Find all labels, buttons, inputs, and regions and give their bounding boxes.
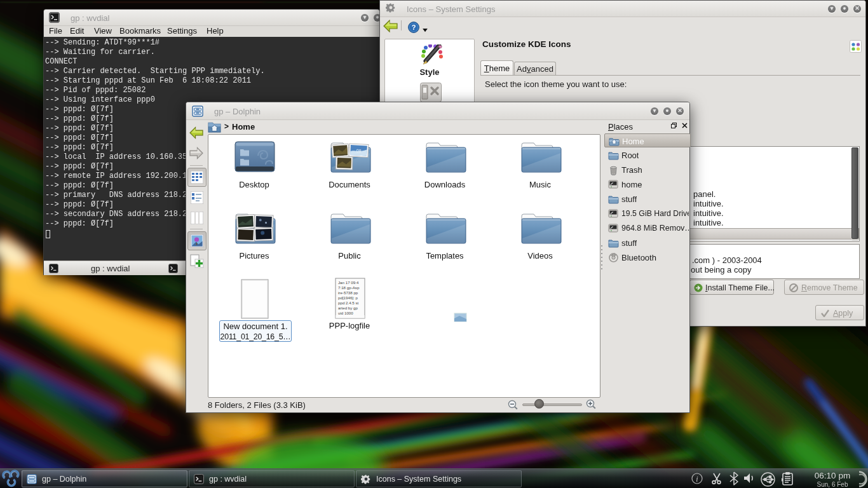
- svg-text:i: i: [696, 475, 698, 484]
- svg-text:uid 1000: uid 1000: [338, 311, 353, 315]
- svg-text:?: ?: [412, 24, 416, 31]
- svg-text:pd[1946]: p: pd[1946]: p: [338, 295, 358, 300]
- svg-text:7:18 gp-Asp: 7:18 gp-Asp: [338, 285, 360, 290]
- svg-text:ppd 2.4.5 st: ppd 2.4.5 st: [338, 301, 359, 305]
- svg-text:arted by gp: arted by gp: [338, 306, 358, 310]
- svg-text:ire-5738 pp: ire-5738 pp: [338, 290, 358, 295]
- svg-text:08: 08: [356, 149, 361, 153]
- svg-text:Jan 17 09:4: Jan 17 09:4: [338, 280, 359, 285]
